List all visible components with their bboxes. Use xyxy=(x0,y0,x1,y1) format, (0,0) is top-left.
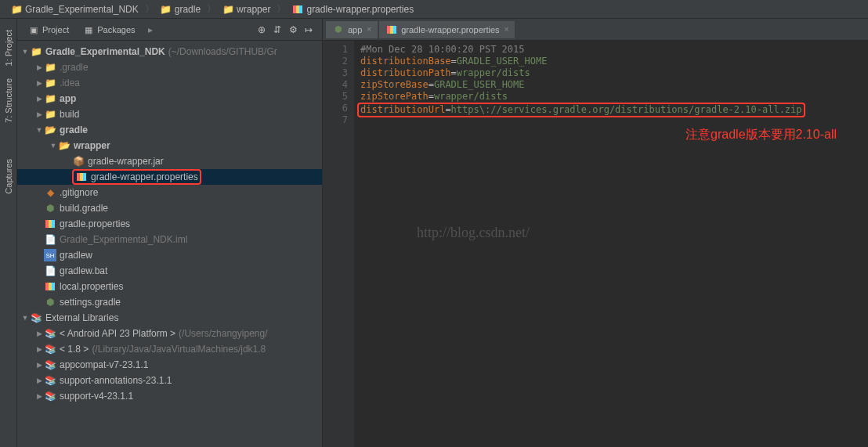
tree-arrow-icon[interactable]: ▶ xyxy=(34,329,44,338)
tree-node-label: support-annotations-23.1.1 xyxy=(60,375,172,386)
tree-arrow-icon[interactable] xyxy=(34,235,44,244)
tree-arrow-icon[interactable]: ▶ xyxy=(34,63,44,72)
hide-icon[interactable]: ↦ xyxy=(305,24,316,35)
project-icon: 📁 xyxy=(11,4,22,15)
tree-arrow-icon[interactable]: ▼ xyxy=(49,141,58,150)
tree-arrow-icon[interactable] xyxy=(34,297,44,307)
tree-node[interactable]: ◆.gitignore xyxy=(17,185,322,200)
folder-icon: 📁 xyxy=(161,4,172,15)
external-libraries[interactable]: ▼ 📚 External Libraries xyxy=(17,310,322,326)
breadcrumb-bar: 📁 Gradle_Experimental_NDK 〉 📁 gradle 〉 📁… xyxy=(0,0,868,19)
folder-open-icon: 📂 xyxy=(44,124,56,136)
breadcrumb-item[interactable]: 📁 gradle xyxy=(156,2,205,16)
tree-node[interactable]: SHgradlew xyxy=(17,247,322,263)
tree-arrow-icon[interactable]: ▶ xyxy=(34,376,44,385)
tree-arrow-icon[interactable]: ▼ xyxy=(34,125,44,135)
tree-arrow-icon[interactable] xyxy=(34,219,44,229)
tree-arrow-icon[interactable] xyxy=(63,172,72,182)
properties-file-icon xyxy=(75,171,88,183)
tree-node[interactable]: 📄gradlew.bat xyxy=(17,263,322,279)
tree-node-label: gradle xyxy=(60,124,88,135)
tree-node[interactable]: ▶📁build xyxy=(17,106,322,122)
tree-arrow-icon[interactable] xyxy=(34,266,44,276)
tree-node[interactable]: ▶📁.idea xyxy=(17,75,322,91)
tree-node-label: gradle-wrapper.jar xyxy=(88,156,164,167)
breadcrumb-label: Gradle_Experimental_NDK xyxy=(25,4,139,15)
chevron-right-icon[interactable]: ▸ xyxy=(148,24,153,35)
tree-node[interactable]: local.properties xyxy=(17,279,322,294)
project-view-tab[interactable]: ▣ Project xyxy=(24,23,75,36)
tree-node[interactable]: ▶📚support-annotations-23.1.1 xyxy=(17,373,322,388)
tree-root[interactable]: ▼ 📁 Gradle_Experimental_NDK (~/Downloads… xyxy=(17,44,322,59)
project-tree[interactable]: ▼ 📁 Gradle_Experimental_NDK (~/Downloads… xyxy=(17,41,322,447)
tree-arrow-icon[interactable]: ▶ xyxy=(34,78,44,88)
tree-node[interactable]: ▶📚appcompat-v7-23.1.1 xyxy=(17,357,322,373)
close-icon[interactable]: × xyxy=(505,25,509,34)
git-icon: ◆ xyxy=(44,186,56,199)
code-line[interactable]: #Mon Dec 28 10:00:20 PST 2015 xyxy=(360,44,862,56)
tree-arrow-icon[interactable]: ▶ xyxy=(34,360,44,369)
code-line[interactable]: distributionPath=wrapper/dists xyxy=(360,67,862,79)
file-icon: 📄 xyxy=(44,233,56,246)
tree-arrow-icon[interactable]: ▶ xyxy=(34,110,44,119)
breadcrumb-item[interactable]: 📁 Gradle_Experimental_NDK xyxy=(6,2,143,16)
packages-view-tab[interactable]: ▦ Packages xyxy=(78,23,141,36)
code-line[interactable]: zipStoreBase=GRADLE_USER_HOME xyxy=(360,79,862,91)
tree-node[interactable]: 📄Gradle_Experimental_NDK.iml xyxy=(17,232,322,247)
breadcrumb-item[interactable]: 📁 wrapper xyxy=(218,2,275,16)
tree-node[interactable]: ▶📁app xyxy=(17,91,322,106)
chevron-down-icon[interactable]: ▼ xyxy=(20,313,30,323)
collapse-icon[interactable]: ⇵ xyxy=(273,24,284,35)
tree-arrow-icon[interactable] xyxy=(63,157,72,166)
code-line[interactable]: zipStorePath=wrapper/dists xyxy=(360,91,862,103)
structure-tool-tab[interactable]: 7: Structure xyxy=(2,74,15,128)
tree-node[interactable]: ⬢settings.gradle xyxy=(17,294,322,310)
target-icon[interactable]: ⊕ xyxy=(258,24,269,35)
chevron-down-icon[interactable]: ▼ xyxy=(20,47,30,56)
line-number: 1 xyxy=(326,44,348,56)
gear-icon[interactable]: ⚙ xyxy=(289,24,300,35)
tree-node-label: local.properties xyxy=(60,281,123,292)
code-area[interactable]: #Mon Dec 28 10:00:20 PST 2015distributio… xyxy=(354,41,868,447)
tree-node[interactable]: ▼📂wrapper xyxy=(17,138,322,153)
editor-tab-properties[interactable]: gradle-wrapper.properties × xyxy=(379,21,515,38)
code-line[interactable]: distributionBase=GRADLE_USER_HOME xyxy=(360,56,862,67)
tree-node-label: appcompat-v7-23.1.1 xyxy=(60,359,148,370)
tree-node[interactable]: ▼📂gradle xyxy=(17,122,322,138)
tree-node[interactable]: ▶📚< 1.8 >(/Library/Java/JavaVirtualMachi… xyxy=(17,341,322,357)
editor-tab-app[interactable]: ⬢ app × xyxy=(326,21,378,38)
tree-arrow-icon[interactable] xyxy=(34,204,44,213)
tree-arrow-icon[interactable] xyxy=(34,282,44,291)
tree-node-label: .idea xyxy=(60,78,80,88)
tree-node-path: (/Users/zhangyipeng/ xyxy=(179,328,267,339)
shell-icon: SH xyxy=(44,249,56,261)
line-number-gutter: 1234567 xyxy=(323,41,354,447)
tree-node[interactable]: ▶📚< Android API 23 Platform >(/Users/zha… xyxy=(17,326,322,341)
editor-content[interactable]: 1234567 #Mon Dec 28 10:00:20 PST 2015dis… xyxy=(323,41,868,447)
tree-arrow-icon[interactable]: ▶ xyxy=(34,94,44,103)
code-line[interactable]: distributionUrl=https\://services.gradle… xyxy=(360,103,862,117)
tool-window-bar: 1: Project 7: Structure Captures xyxy=(0,19,17,447)
gradle-icon: ⬢ xyxy=(332,23,345,36)
library-icon: 📚 xyxy=(44,343,56,355)
breadcrumb-item[interactable]: gradle-wrapper.properties xyxy=(288,2,418,16)
tree-arrow-icon[interactable] xyxy=(34,251,44,260)
properties-file-icon xyxy=(44,218,56,230)
tree-node-label: gradlew xyxy=(60,250,92,261)
tree-node[interactable]: ▶📁.gradle xyxy=(17,59,322,75)
tree-arrow-icon[interactable] xyxy=(34,188,44,197)
captures-tool-tab[interactable]: Captures xyxy=(2,154,15,199)
folder-icon: 📁 xyxy=(44,92,56,105)
project-tool-tab[interactable]: 1: Project xyxy=(2,25,15,70)
tree-arrow-icon[interactable]: ▶ xyxy=(34,344,44,354)
tree-node[interactable]: gradle-wrapper.properties xyxy=(17,169,322,185)
close-icon[interactable]: × xyxy=(367,25,371,34)
editor-area: ⬢ app × gradle-wrapper.properties × 1234… xyxy=(323,19,868,447)
tree-node[interactable]: ⬢build.gradle xyxy=(17,200,322,216)
tree-node-label: gradlew.bat xyxy=(60,265,107,276)
project-icon: 📁 xyxy=(30,45,42,58)
tree-node[interactable]: ▶📚support-v4-23.1.1 xyxy=(17,388,322,404)
tree-node[interactable]: 📦gradle-wrapper.jar xyxy=(17,153,322,169)
tree-arrow-icon[interactable]: ▶ xyxy=(34,391,44,401)
tree-node[interactable]: gradle.properties xyxy=(17,216,322,232)
